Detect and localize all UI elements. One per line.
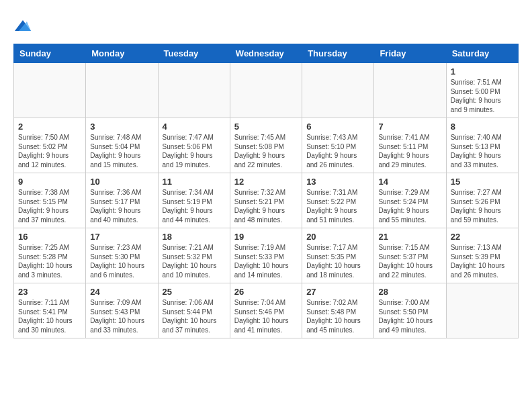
day-header-friday: Friday [374,44,446,63]
logo [13,17,31,37]
calendar-week-1: 2Sunrise: 7:50 AM Sunset: 5:02 PM Daylig… [14,118,519,173]
date-number: 4 [163,122,226,132]
calendar-cell: 27Sunrise: 7:02 AM Sunset: 5:48 PM Dayli… [302,283,374,338]
cell-info: Sunrise: 7:48 AM Sunset: 5:04 PM Dayligh… [90,133,153,169]
calendar-cell: 24Sunrise: 7:09 AM Sunset: 5:43 PM Dayli… [86,283,158,338]
cell-info: Sunrise: 7:36 AM Sunset: 5:17 PM Dayligh… [90,188,153,224]
day-header-monday: Monday [86,44,158,63]
cell-info: Sunrise: 7:31 AM Sunset: 5:22 PM Dayligh… [306,188,369,224]
date-number: 19 [234,232,298,242]
cell-info: Sunrise: 7:11 AM Sunset: 5:41 PM Dayligh… [18,298,81,334]
cell-info: Sunrise: 7:38 AM Sunset: 5:15 PM Dayligh… [18,188,81,224]
cell-info: Sunrise: 7:41 AM Sunset: 5:11 PM Dayligh… [378,133,441,169]
day-header-wednesday: Wednesday [230,44,302,63]
date-number: 24 [90,287,153,297]
calendar-cell: 28Sunrise: 7:00 AM Sunset: 5:50 PM Dayli… [374,283,446,338]
date-number: 20 [306,232,369,242]
calendar-cell: 4Sunrise: 7:47 AM Sunset: 5:06 PM Daylig… [158,118,230,173]
page-header [13,13,519,37]
day-header-thursday: Thursday [302,44,374,63]
calendar-cell: 14Sunrise: 7:29 AM Sunset: 5:24 PM Dayli… [374,173,446,228]
cell-info: Sunrise: 7:02 AM Sunset: 5:48 PM Dayligh… [306,298,369,334]
logo-icon [15,17,31,34]
calendar-cell: 16Sunrise: 7:25 AM Sunset: 5:28 PM Dayli… [14,228,86,283]
calendar-table: SundayMondayTuesdayWednesdayThursdayFrid… [13,44,519,338]
date-number: 5 [234,122,298,132]
calendar-cell: 26Sunrise: 7:04 AM Sunset: 5:46 PM Dayli… [230,283,302,338]
calendar-week-3: 16Sunrise: 7:25 AM Sunset: 5:28 PM Dayli… [14,228,519,283]
calendar-week-4: 23Sunrise: 7:11 AM Sunset: 5:41 PM Dayli… [14,283,519,338]
date-number: 15 [451,177,514,187]
date-number: 22 [451,232,514,242]
cell-info: Sunrise: 7:19 AM Sunset: 5:33 PM Dayligh… [234,243,298,279]
calendar-week-0: 1Sunrise: 7:51 AM Sunset: 5:00 PM Daylig… [14,63,519,118]
calendar-cell: 9Sunrise: 7:38 AM Sunset: 5:15 PM Daylig… [14,173,86,228]
calendar-cell: 19Sunrise: 7:19 AM Sunset: 5:33 PM Dayli… [230,228,302,283]
cell-info: Sunrise: 7:45 AM Sunset: 5:08 PM Dayligh… [234,133,298,169]
date-number: 1 [451,66,514,77]
date-number: 12 [234,177,298,187]
calendar-cell: 5Sunrise: 7:45 AM Sunset: 5:08 PM Daylig… [230,118,302,173]
day-header-tuesday: Tuesday [158,44,230,63]
calendar-cell: 23Sunrise: 7:11 AM Sunset: 5:41 PM Dayli… [14,283,86,338]
calendar-cell: 21Sunrise: 7:15 AM Sunset: 5:37 PM Dayli… [374,228,446,283]
date-number: 23 [18,287,81,297]
date-number: 27 [306,287,369,297]
cell-info: Sunrise: 7:27 AM Sunset: 5:26 PM Dayligh… [451,188,514,224]
calendar-cell: 7Sunrise: 7:41 AM Sunset: 5:11 PM Daylig… [374,118,446,173]
calendar-cell: 20Sunrise: 7:17 AM Sunset: 5:35 PM Dayli… [302,228,374,283]
date-number: 10 [90,177,153,187]
date-number: 8 [451,122,514,132]
calendar-cell: 6Sunrise: 7:43 AM Sunset: 5:10 PM Daylig… [302,118,374,173]
cell-info: Sunrise: 7:40 AM Sunset: 5:13 PM Dayligh… [451,133,514,169]
cell-info: Sunrise: 7:21 AM Sunset: 5:32 PM Dayligh… [163,243,226,279]
calendar-cell: 8Sunrise: 7:40 AM Sunset: 5:13 PM Daylig… [446,118,518,173]
date-number: 26 [234,287,298,297]
cell-info: Sunrise: 7:43 AM Sunset: 5:10 PM Dayligh… [306,133,369,169]
date-number: 7 [378,122,441,132]
date-number: 2 [18,122,81,132]
calendar-cell: 17Sunrise: 7:23 AM Sunset: 5:30 PM Dayli… [86,228,158,283]
date-number: 13 [306,177,369,187]
cell-info: Sunrise: 7:00 AM Sunset: 5:50 PM Dayligh… [378,298,441,334]
cell-info: Sunrise: 7:50 AM Sunset: 5:02 PM Dayligh… [18,133,81,169]
cell-info: Sunrise: 7:29 AM Sunset: 5:24 PM Dayligh… [378,188,441,224]
date-number: 11 [163,177,226,187]
calendar-cell: 22Sunrise: 7:13 AM Sunset: 5:39 PM Dayli… [446,228,518,283]
cell-info: Sunrise: 7:25 AM Sunset: 5:28 PM Dayligh… [18,243,81,279]
calendar-cell [374,63,446,118]
calendar-cell: 2Sunrise: 7:50 AM Sunset: 5:02 PM Daylig… [14,118,86,173]
date-number: 28 [378,287,441,297]
calendar-cell: 15Sunrise: 7:27 AM Sunset: 5:26 PM Dayli… [446,173,518,228]
day-header-row: SundayMondayTuesdayWednesdayThursdayFrid… [14,44,519,63]
date-number: 18 [163,232,226,242]
calendar-cell: 13Sunrise: 7:31 AM Sunset: 5:22 PM Dayli… [302,173,374,228]
cell-info: Sunrise: 7:04 AM Sunset: 5:46 PM Dayligh… [234,298,298,334]
cell-info: Sunrise: 7:09 AM Sunset: 5:43 PM Dayligh… [90,298,153,334]
day-header-sunday: Sunday [14,44,86,63]
calendar-cell: 11Sunrise: 7:34 AM Sunset: 5:19 PM Dayli… [158,173,230,228]
calendar-cell: 25Sunrise: 7:06 AM Sunset: 5:44 PM Dayli… [158,283,230,338]
cell-info: Sunrise: 7:51 AM Sunset: 5:00 PM Dayligh… [451,78,514,114]
date-number: 21 [378,232,441,242]
calendar-cell: 1Sunrise: 7:51 AM Sunset: 5:00 PM Daylig… [446,63,518,118]
cell-info: Sunrise: 7:15 AM Sunset: 5:37 PM Dayligh… [378,243,441,279]
date-number: 9 [18,177,81,187]
cell-info: Sunrise: 7:23 AM Sunset: 5:30 PM Dayligh… [90,243,153,279]
date-number: 16 [18,232,81,242]
day-header-saturday: Saturday [446,44,518,63]
cell-info: Sunrise: 7:47 AM Sunset: 5:06 PM Dayligh… [163,133,226,169]
calendar-cell: 18Sunrise: 7:21 AM Sunset: 5:32 PM Dayli… [158,228,230,283]
cell-info: Sunrise: 7:34 AM Sunset: 5:19 PM Dayligh… [163,188,226,224]
date-number: 17 [90,232,153,242]
date-number: 25 [163,287,226,297]
calendar-cell: 3Sunrise: 7:48 AM Sunset: 5:04 PM Daylig… [86,118,158,173]
calendar-cell [302,63,374,118]
date-number: 6 [306,122,369,132]
cell-info: Sunrise: 7:06 AM Sunset: 5:44 PM Dayligh… [163,298,226,334]
cell-info: Sunrise: 7:13 AM Sunset: 5:39 PM Dayligh… [451,243,514,279]
calendar-cell [14,63,86,118]
cell-info: Sunrise: 7:32 AM Sunset: 5:21 PM Dayligh… [234,188,298,224]
date-number: 14 [378,177,441,187]
calendar-cell [158,63,230,118]
